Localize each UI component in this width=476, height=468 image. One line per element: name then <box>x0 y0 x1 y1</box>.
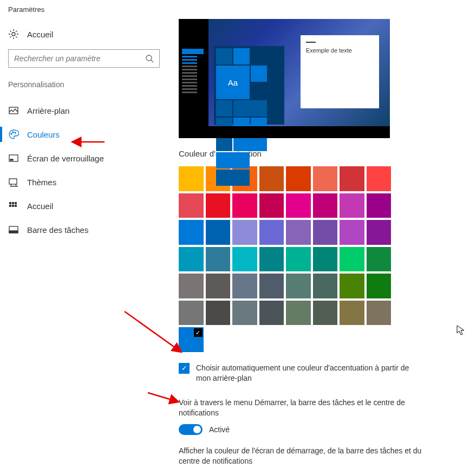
color-swatch[interactable] <box>206 247 231 272</box>
section-title: Personnalisation <box>0 76 168 93</box>
show-color-label: Afficher la couleur de l'écran de démarr… <box>179 446 433 467</box>
transparency-state: Activé <box>209 425 230 434</box>
color-swatch[interactable] <box>313 193 338 218</box>
svg-line-22 <box>148 393 179 402</box>
sidebar-item-label: Accueil <box>27 202 53 211</box>
color-swatch[interactable] <box>340 274 364 298</box>
color-swatch[interactable] <box>286 220 311 245</box>
preview-sample-window: Exemple de texte <box>301 35 379 108</box>
color-swatch[interactable] <box>313 166 338 191</box>
auto-pick-checkbox[interactable]: ✓ <box>179 363 190 374</box>
palette-icon <box>8 129 19 140</box>
sidebar-item-taskbar[interactable]: Barre des tâches <box>0 218 168 242</box>
svg-rect-13 <box>12 205 14 207</box>
transparency-label: Voir à travers le menu Démarrer, la barr… <box>179 398 433 419</box>
color-swatch[interactable] <box>286 247 311 272</box>
color-swatch[interactable] <box>286 193 311 218</box>
color-swatch[interactable] <box>367 274 392 298</box>
color-swatch[interactable] <box>367 301 392 326</box>
color-swatch[interactable] <box>340 193 364 218</box>
color-swatch[interactable] <box>286 274 311 298</box>
sidebar: Accueil Personnalisation Arrière-plan Co… <box>0 19 168 468</box>
annotation-arrow <box>122 309 187 358</box>
svg-rect-7 <box>10 159 13 160</box>
svg-rect-10 <box>12 202 14 204</box>
color-swatch[interactable] <box>179 193 204 218</box>
svg-rect-8 <box>9 179 17 184</box>
color-swatch[interactable] <box>259 274 284 298</box>
color-swatch[interactable] <box>179 274 204 298</box>
color-swatch[interactable] <box>232 247 257 272</box>
gear-icon <box>8 29 19 40</box>
color-swatch[interactable] <box>259 220 284 245</box>
color-swatch[interactable] <box>259 301 284 326</box>
home-button[interactable]: Accueil <box>0 24 168 44</box>
sidebar-item-label: Couleurs <box>27 130 60 139</box>
auto-pick-label: Choisir automatiquement une couleur d'ac… <box>196 363 423 384</box>
svg-line-20 <box>125 311 181 352</box>
svg-point-4 <box>12 132 14 133</box>
annotation-arrow <box>145 390 183 406</box>
color-swatch[interactable] <box>340 301 364 326</box>
color-swatch[interactable] <box>206 274 231 298</box>
color-swatch[interactable] <box>313 220 338 245</box>
sidebar-item-background[interactable]: Arrière-plan <box>0 99 168 122</box>
svg-rect-9 <box>9 202 11 204</box>
preview-tile-aa: Aa <box>216 66 250 99</box>
color-swatch[interactable] <box>232 193 257 218</box>
color-swatch[interactable] <box>367 166 392 191</box>
svg-rect-11 <box>15 202 17 204</box>
color-swatch[interactable] <box>259 247 284 272</box>
color-swatch[interactable] <box>367 220 392 245</box>
color-swatch[interactable] <box>286 301 311 326</box>
svg-rect-14 <box>15 205 17 207</box>
color-swatch[interactable] <box>232 301 257 326</box>
image-icon <box>8 105 19 116</box>
cursor-icon <box>457 325 465 336</box>
sidebar-item-label: Thèmes <box>27 178 56 187</box>
color-swatch[interactable] <box>340 247 364 272</box>
color-swatch[interactable] <box>206 193 231 218</box>
color-swatch[interactable] <box>179 247 204 272</box>
color-swatch[interactable] <box>313 247 338 272</box>
search-box[interactable] <box>8 49 160 68</box>
color-swatch[interactable] <box>367 193 392 218</box>
color-swatch[interactable] <box>232 274 257 298</box>
theme-icon <box>8 177 19 187</box>
color-swatch[interactable] <box>313 274 338 298</box>
svg-point-0 <box>12 32 15 36</box>
sidebar-item-label: Barre des tâches <box>27 225 88 235</box>
color-swatch[interactable] <box>179 220 204 245</box>
sidebar-item-lockscreen[interactable]: Écran de verrouillage <box>0 146 168 170</box>
color-swatch[interactable] <box>286 166 311 191</box>
color-swatch[interactable] <box>367 247 392 272</box>
color-swatch[interactable] <box>179 166 204 191</box>
search-icon <box>145 54 154 63</box>
annotation-arrow <box>68 136 106 147</box>
start-icon <box>8 200 19 211</box>
home-label: Accueil <box>27 30 53 39</box>
check-icon: ✓ <box>194 328 203 337</box>
taskbar-icon <box>8 224 19 235</box>
transparency-toggle[interactable] <box>179 424 203 435</box>
color-swatch[interactable] <box>206 220 231 245</box>
color-swatch[interactable] <box>259 193 284 218</box>
color-swatch[interactable] <box>232 220 257 245</box>
svg-point-5 <box>15 132 16 133</box>
color-swatch[interactable] <box>313 301 338 326</box>
color-preview: Aa Exemple de texte <box>179 19 390 138</box>
sidebar-item-start[interactable]: Accueil <box>0 194 168 218</box>
color-grid <box>179 166 393 325</box>
svg-point-3 <box>11 133 12 134</box>
svg-rect-12 <box>9 205 11 207</box>
color-swatch[interactable] <box>340 220 364 245</box>
sidebar-item-label: Écran de verrouillage <box>27 154 104 163</box>
sidebar-item-themes[interactable]: Thèmes <box>0 170 168 194</box>
search-input[interactable] <box>14 54 145 63</box>
svg-point-1 <box>146 55 152 61</box>
window-title: Paramètres <box>0 0 476 19</box>
lock-screen-icon <box>8 153 19 164</box>
svg-rect-16 <box>9 231 18 233</box>
color-swatch[interactable] <box>206 301 231 326</box>
color-swatch[interactable] <box>340 166 364 191</box>
